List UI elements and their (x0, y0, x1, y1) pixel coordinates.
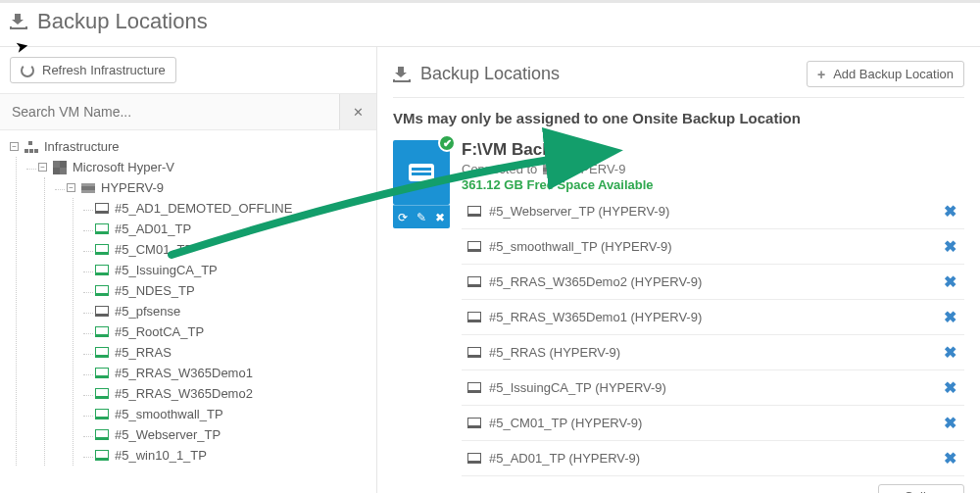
location-edit-button[interactable]: ✎ (416, 211, 426, 224)
vm-monitor-icon (95, 203, 109, 214)
right-title: Backup Locations (420, 64, 560, 84)
vm-monitor-icon (95, 429, 109, 440)
main-layout: Refresh Infrastructure ✕ − Infrastructur… (0, 47, 980, 493)
tree-vm-item[interactable]: #5_smoothwall_TP (91, 404, 370, 424)
onsite-note: VMs may only be assigned to one Onsite B… (393, 98, 964, 140)
assigned-row: #5_AD01_TP (HYPERV-9)✖ (462, 441, 964, 476)
remove-vm-button[interactable]: ✖ (944, 272, 956, 291)
assigned-row: #5_IssuingCA_TP (HYPERV-9)✖ (462, 370, 964, 406)
refresh-row: Refresh Infrastructure (0, 47, 376, 94)
assigned-row: #5_RRAS (HYPERV-9)✖ (462, 335, 964, 370)
tree-vm-label: #5_RRAS_W365Demo1 (115, 366, 253, 380)
remove-vm-button[interactable]: ✖ (944, 378, 956, 397)
infrastructure-icon (24, 141, 38, 153)
location-icon-block: ✔ ⟳ ✎ ✖ (393, 140, 450, 228)
vm-monitor-icon (95, 285, 109, 296)
vm-monitor-icon (95, 306, 109, 317)
collapse-toggle-icon[interactable]: − (10, 142, 19, 151)
tree-vm-label: #5_RRAS (115, 345, 172, 360)
tree-vm-item[interactable]: #5_IssuingCA_TP (91, 260, 370, 280)
vm-monitor-icon (95, 244, 109, 255)
tree-vm-label: #5_smoothwall_TP (115, 407, 223, 421)
left-panel: Refresh Infrastructure ✕ − Infrastructur… (0, 47, 377, 493)
backup-location-card: ✔ ⟳ ✎ ✖ F:\VM Backup 9\ Connected to HYP… (393, 140, 964, 493)
assigned-row: #5_CM01_TP (HYPERV-9)✖ (462, 406, 964, 441)
right-header: Backup Locations + Add Backup Location (393, 61, 964, 98)
tree-host[interactable]: − HYPERV-9 (63, 177, 370, 198)
refresh-icon (21, 64, 34, 77)
location-host: HYPERV-9 (563, 162, 625, 176)
vm-monitor-icon (467, 347, 481, 358)
tree-vm-label: #5_AD1_DEMOTED_OFFLINE (115, 201, 292, 216)
tree-vm-item[interactable]: #5_NDES_TP (91, 280, 370, 301)
tree-vm-label: #5_RRAS_W365Demo2 (115, 386, 253, 401)
refresh-label: Refresh Infrastructure (42, 63, 166, 77)
location-path: F:\VM Backup 9\ (462, 140, 964, 160)
tree-vm-label: #5_CM01_TP (115, 242, 193, 257)
tree-vm-item[interactable]: #5_AD01_TP (91, 219, 370, 239)
assigned-row: #5_RRAS_W365Demo1 (HYPERV-9)✖ (462, 300, 964, 335)
vm-tree-scroll[interactable]: − Infrastructure − Microsoft Hyper-V (0, 130, 376, 493)
assigned-vm-label: #5_smoothwall_TP (HYPERV-9) (489, 239, 672, 254)
tree-vm-item[interactable]: #5_win10_1_TP (91, 445, 370, 466)
tree-vm-item[interactable]: #5_AD1_DEMOTED_OFFLINE (91, 198, 370, 219)
vm-monitor-icon (467, 312, 481, 322)
server-icon (543, 165, 557, 174)
remove-vm-button[interactable]: ✖ (944, 449, 956, 468)
tree-root[interactable]: − Infrastructure (6, 136, 370, 157)
collapse-toggle-icon[interactable]: − (38, 163, 47, 172)
vm-monitor-icon (467, 206, 481, 217)
tree-root-label: Infrastructure (44, 139, 120, 154)
tree-vm-label: #5_IssuingCA_TP (115, 263, 218, 277)
vm-monitor-icon (467, 382, 481, 393)
vm-monitor-icon (95, 368, 109, 378)
add-location-label: Add Backup Location (833, 67, 954, 81)
location-meta: F:\VM Backup 9\ Connected to HYPERV-9 36… (462, 140, 964, 493)
vm-monitor-icon (95, 265, 109, 275)
collapse-button[interactable]: ↗ Collapse (878, 484, 964, 493)
collapse-toggle-icon[interactable]: − (67, 183, 75, 192)
vm-monitor-icon (95, 347, 109, 358)
search-input[interactable] (0, 94, 339, 129)
vm-monitor-icon (467, 418, 481, 428)
remove-vm-button[interactable]: ✖ (944, 343, 956, 362)
remove-vm-button[interactable]: ✖ (944, 202, 956, 221)
tree-vm-item[interactable]: #5_RootCA_TP (91, 321, 370, 342)
disk-icon (409, 164, 434, 181)
location-status-text: Connected to (462, 162, 537, 176)
remove-vm-button[interactable]: ✖ (944, 237, 956, 256)
location-refresh-button[interactable]: ⟳ (398, 211, 408, 224)
refresh-button[interactable]: Refresh Infrastructure (10, 57, 176, 83)
assigned-row: #5_RRAS_W365Demo2 (HYPERV-9)✖ (462, 265, 964, 300)
vm-monitor-icon (467, 453, 481, 464)
tree-vm-item[interactable]: #5_Webserver_TP (91, 424, 370, 445)
right-panel: Backup Locations + Add Backup Location V… (377, 47, 980, 493)
tree-hypervisor[interactable]: − Microsoft Hyper-V (34, 157, 370, 177)
location-delete-button[interactable]: ✖ (435, 211, 445, 224)
remove-vm-button[interactable]: ✖ (944, 308, 956, 326)
tree-vm-label: #5_AD01_TP (115, 222, 191, 236)
clear-search-button[interactable]: ✕ (339, 94, 376, 129)
assigned-vm-label: #5_RRAS_W365Demo1 (HYPERV-9) (489, 310, 702, 324)
tree-host-label: HYPERV-9 (101, 180, 164, 195)
remove-vm-button[interactable]: ✖ (944, 414, 956, 432)
collapse-label: Collapse (904, 489, 954, 493)
vm-monitor-icon (467, 276, 481, 287)
vm-monitor-icon (95, 409, 109, 419)
tree-vm-item[interactable]: #5_pfsense (91, 301, 370, 321)
server-icon (81, 183, 95, 193)
assigned-row: #5_Webserver_TP (HYPERV-9)✖ (462, 194, 964, 229)
vm-monitor-icon (95, 223, 109, 234)
tree-vm-label: #5_Webserver_TP (115, 427, 220, 442)
location-actions: ⟳ ✎ ✖ (393, 205, 450, 228)
assigned-row: #5_smoothwall_TP (HYPERV-9)✖ (462, 229, 964, 265)
tree-vm-item[interactable]: #5_RRAS_W365Demo1 (91, 363, 370, 383)
tree-vm-item[interactable]: #5_RRAS (91, 342, 370, 363)
assigned-vm-label: #5_IssuingCA_TP (HYPERV-9) (489, 380, 666, 395)
tree-vm-item[interactable]: #5_RRAS_W365Demo2 (91, 383, 370, 404)
assigned-vm-label: #5_Webserver_TP (HYPERV-9) (489, 204, 669, 219)
add-location-button[interactable]: + Add Backup Location (807, 61, 964, 87)
plus-icon: + (817, 68, 825, 81)
tree-vm-item[interactable]: #5_CM01_TP (91, 239, 370, 260)
location-free-space: 361.12 GB Free Space Available (462, 177, 964, 192)
